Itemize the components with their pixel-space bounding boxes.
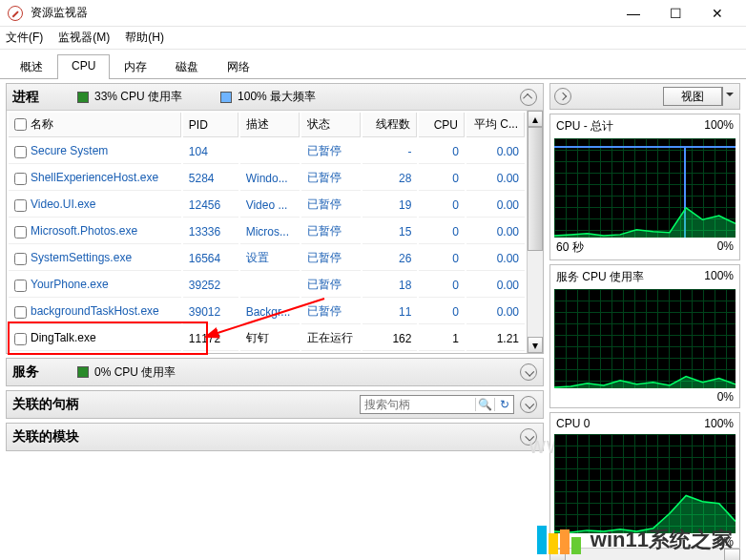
brand-text: win11系统之家 xyxy=(591,526,733,554)
section-processes-title: 进程 xyxy=(12,89,39,106)
col-threads[interactable]: 线程数 xyxy=(363,113,418,137)
col-pid[interactable]: PID xyxy=(183,113,238,137)
table-row[interactable]: Microsoft.Photos.exe13336Micros...已暂停150… xyxy=(9,219,525,244)
expand-icon[interactable] xyxy=(520,363,537,381)
process-table: 名称 PID 描述 状态 线程数 CPU 平均 C... Secure Syst… xyxy=(7,111,527,353)
col-desc[interactable]: 描述 xyxy=(240,113,300,137)
section-services: 服务 0% CPU 使用率 xyxy=(6,358,544,386)
tab-bar: 概述 CPU 内存 磁盘 网络 xyxy=(0,53,746,79)
refresh-icon[interactable]: ↻ xyxy=(494,398,513,411)
section-modules: 关联的模块 xyxy=(6,423,544,451)
table-row[interactable]: SystemSettings.exe16564设置已暂停2600.00 xyxy=(9,246,525,271)
tab-overview[interactable]: 概述 xyxy=(6,54,57,79)
col-avgcpu[interactable]: 平均 C... xyxy=(466,113,525,137)
search-icon[interactable]: 🔍 xyxy=(475,398,494,411)
view-dropdown-icon[interactable] xyxy=(722,87,736,106)
maximize-button[interactable]: ☐ xyxy=(654,0,696,27)
max-freq-stat: 100% 最大频率 xyxy=(220,89,316,105)
section-handles-title: 关联的句柄 xyxy=(12,396,79,413)
scroll-up-button[interactable]: ▴ xyxy=(528,111,543,127)
row-checkbox[interactable] xyxy=(14,199,27,212)
menu-monitor[interactable]: 监视器(M) xyxy=(58,30,110,46)
menu-file[interactable]: 文件(F) xyxy=(6,30,43,46)
close-button[interactable]: ✕ xyxy=(696,0,738,27)
table-row[interactable]: Video.UI.exe12456Video ...已暂停1900.00 xyxy=(9,193,525,218)
section-modules-header[interactable]: 关联的模块 xyxy=(7,424,543,450)
titlebar: 资源监视器 — ☐ ✕ xyxy=(0,0,746,27)
menubar: 文件(F) 监视器(M) 帮助(H) xyxy=(0,27,746,50)
panel-collapse-icon[interactable] xyxy=(554,88,571,105)
row-checkbox[interactable] xyxy=(14,253,27,265)
window-title: 资源监视器 xyxy=(31,5,612,21)
right-panel-header: 视图 xyxy=(549,83,740,110)
svg-marker-1 xyxy=(554,377,736,388)
section-handles: 关联的句柄 🔍 ↻ xyxy=(6,390,544,419)
row-checkbox[interactable] xyxy=(14,226,27,239)
cpu-graph: CPU - 总计100%60 秒0% xyxy=(549,114,740,260)
scroll-down-button[interactable]: ▾ xyxy=(528,337,543,353)
table-row[interactable]: backgroundTaskHost.exe39012Backgr...已暂停1… xyxy=(9,300,525,324)
minimize-button[interactable]: — xyxy=(612,0,654,27)
watermark: www.relsound.com xyxy=(529,432,549,459)
table-row[interactable]: DingTalk.exe11172钉钉正在运行16211.21 xyxy=(9,326,525,351)
col-name[interactable]: 名称 xyxy=(9,113,181,137)
cpu-graph: 服务 CPU 使用率100%0% xyxy=(549,264,740,408)
section-processes-header[interactable]: 进程 33% CPU 使用率 100% 最大频率 xyxy=(7,84,543,111)
section-services-header[interactable]: 服务 0% CPU 使用率 xyxy=(7,359,543,385)
section-processes: 进程 33% CPU 使用率 100% 最大频率 名称 PID 描述 xyxy=(6,83,544,354)
select-all-checkbox[interactable] xyxy=(14,118,27,131)
col-status[interactable]: 状态 xyxy=(301,113,361,137)
tab-memory[interactable]: 内存 xyxy=(110,54,161,79)
services-cpu-stat: 0% CPU 使用率 xyxy=(77,364,176,381)
table-row[interactable]: Secure System104已暂停-00.00 xyxy=(9,139,525,164)
row-checkbox[interactable] xyxy=(14,146,27,158)
cpu-usage-stat: 33% CPU 使用率 xyxy=(77,89,182,105)
collapse-icon[interactable] xyxy=(520,89,537,106)
tab-cpu[interactable]: CPU xyxy=(57,54,110,79)
svg-marker-0 xyxy=(554,208,736,238)
brand-logo: win11系统之家 xyxy=(537,526,733,554)
process-scrollbar[interactable]: ▴ ▾ xyxy=(527,111,543,353)
table-row[interactable]: YourPhone.exe39252已暂停1800.00 xyxy=(9,273,525,298)
table-row[interactable]: ShellExperienceHost.exe5284Windo...已暂停28… xyxy=(9,166,525,191)
view-button[interactable]: 视图 xyxy=(663,87,722,106)
scroll-thumb[interactable] xyxy=(528,127,543,251)
tab-network[interactable]: 网络 xyxy=(213,54,264,79)
row-checkbox[interactable] xyxy=(14,173,27,185)
tab-disk[interactable]: 磁盘 xyxy=(161,54,213,79)
section-modules-title: 关联的模块 xyxy=(12,428,79,446)
menu-help[interactable]: 帮助(H) xyxy=(125,30,164,46)
section-handles-header[interactable]: 关联的句柄 🔍 ↻ xyxy=(7,391,543,418)
row-checkbox[interactable] xyxy=(14,333,27,345)
row-checkbox[interactable] xyxy=(14,280,27,292)
app-icon xyxy=(8,6,23,21)
row-checkbox[interactable] xyxy=(14,306,27,319)
section-services-title: 服务 xyxy=(12,363,39,381)
search-handles-input[interactable] xyxy=(361,398,475,411)
expand-icon[interactable] xyxy=(520,396,537,413)
col-cpu[interactable]: CPU xyxy=(419,113,465,137)
search-handles: 🔍 ↻ xyxy=(360,395,514,414)
